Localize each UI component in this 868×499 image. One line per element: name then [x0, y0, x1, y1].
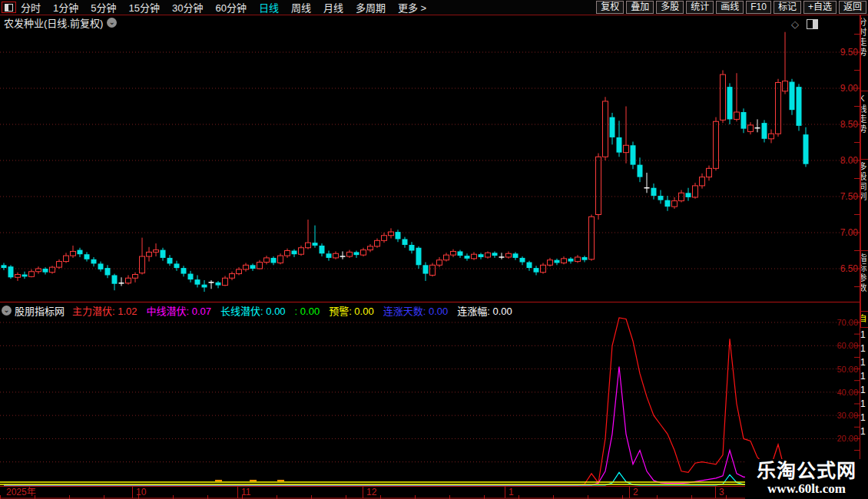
period-item[interactable]: 月线 — [323, 0, 343, 15]
svg-text:10: 10 — [136, 487, 147, 497]
indicator-field: 主力潜伏: 1.02 — [72, 306, 137, 317]
stock-chart-canvas[interactable]: 9.509.008.508.007.507.006.5070.0060.0050… — [0, 0, 868, 499]
toolbar-button[interactable]: F10 — [746, 1, 771, 14]
indicator-source-label: 股朋指标网 — [15, 303, 65, 318]
period-item[interactable]: 1分钟 — [53, 0, 78, 15]
period-item[interactable]: 周线 — [291, 0, 311, 15]
period-item[interactable]: 30分钟 — [172, 0, 203, 15]
side-quote-digits-clipped: 11111111 — [860, 328, 868, 438]
period-item[interactable]: 分时 — [21, 0, 41, 15]
indicator-field: 连涨天数: 0.00 — [383, 306, 449, 317]
toolbar-button[interactable]: 画线 — [716, 1, 744, 14]
period-item[interactable]: 更多 > — [398, 0, 426, 15]
toolbar-button[interactable]: 多股 — [656, 1, 684, 14]
period-item[interactable]: 日线 — [259, 0, 279, 15]
indicator-field: 连涨幅: 0.00 — [457, 306, 512, 317]
side-tab-clipped[interactable]: 分时走势 — [860, 15, 868, 91]
toolbar-buttons: 复权叠加多股统计画线F10标记+自选返回 — [596, 1, 866, 14]
svg-text:2: 2 — [633, 487, 638, 497]
period-menu: 分时1分钟5分钟15分钟30分钟60分钟日线周线月线多周期更多 > — [21, 0, 426, 15]
side-tab-clipped[interactable]: 自 — [860, 311, 868, 328]
indicator-header: ⌄ 股朋指标网 主力潜伏: 1.02中线潜伏: 0.07长线潜伏: 0.00: … — [0, 304, 522, 316]
split-pane-icon[interactable] — [807, 19, 818, 29]
svg-text:12: 12 — [366, 487, 377, 497]
indicator-field: 长线潜伏: 0.00 — [220, 306, 286, 317]
chevron-down-icon[interactable]: ⌄ — [2, 306, 12, 316]
diamond-icon[interactable]: ◇ — [791, 18, 799, 30]
watermark-site-name: 乐淘公式网 — [745, 460, 868, 481]
chevron-down-icon[interactable]: ⌄ — [107, 18, 117, 28]
period-item[interactable]: 60分钟 — [215, 0, 246, 15]
svg-text:2025年: 2025年 — [6, 487, 36, 497]
period-item[interactable]: 15分钟 — [128, 0, 159, 15]
watermark: 乐淘公式网 www.60lt.com — [745, 459, 868, 499]
chart-title-row: 农发种业(日线.前复权) ⌄ — [0, 15, 117, 30]
side-tab-clipped[interactable]: K线走势 — [860, 91, 868, 160]
indicator-field: 中线潜伏: 0.07 — [147, 306, 212, 317]
svg-text:3: 3 — [719, 487, 724, 497]
toolbar-button[interactable]: 标记 — [774, 1, 801, 14]
side-tab-clipped[interactable]: 指标参数 — [860, 250, 868, 312]
period-item[interactable]: 多周期 — [356, 0, 386, 15]
toolbar-button[interactable]: 统计 — [686, 1, 714, 14]
watermark-url: www.60lt.com — [745, 481, 868, 497]
indicator-field: : 0.00 — [295, 306, 320, 317]
indicator-fields: 主力潜伏: 1.02中线潜伏: 0.07长线潜伏: 0.00: 0.00预警: … — [72, 303, 522, 318]
toolbar-button[interactable]: 复权 — [596, 1, 624, 14]
split-window-icon[interactable] — [2, 2, 16, 13]
indicator-field: 预警: 0.00 — [329, 306, 374, 317]
toolbar-button[interactable]: 叠加 — [626, 1, 654, 14]
chart-corner-icons: ◇ — [791, 18, 818, 30]
top-toolbar: 分时1分钟5分钟15分钟30分钟60分钟日线周线月线多周期更多 > 复权叠加多股… — [0, 0, 868, 15]
toolbar-button[interactable]: +自选 — [803, 1, 837, 14]
right-edge-panel[interactable]: 分时走势K线走势多股同列指标参数自11111111 — [860, 15, 868, 499]
side-tab-clipped[interactable]: 多股同列 — [860, 159, 868, 251]
toolbar-button[interactable]: 返回 — [839, 1, 866, 14]
chart-title: 农发种业(日线.前复权) — [4, 15, 103, 30]
period-item[interactable]: 5分钟 — [91, 0, 116, 15]
svg-text:1: 1 — [509, 487, 514, 497]
